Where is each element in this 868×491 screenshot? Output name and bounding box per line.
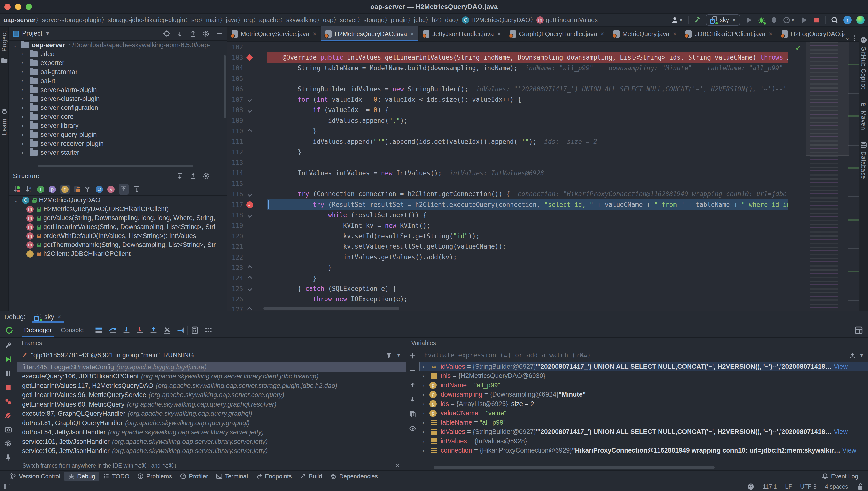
gutter-line[interactable]: 103 <box>227 52 267 63</box>
toolwindow-button-version-control[interactable]: Version Control <box>6 472 64 481</box>
view-link[interactable]: View <box>834 428 848 436</box>
hide-panel-icon[interactable] <box>215 30 223 37</box>
toolwindow-button-terminal[interactable]: Terminal <box>212 472 252 481</box>
editor-options-icon[interactable] <box>854 35 856 41</box>
debug-settings-icon[interactable] <box>4 439 12 447</box>
breadcrumb-item[interactable]: storage-jdbc-hikaricp-plugin <box>108 16 185 24</box>
stack-frame-row[interactable]: executeQuery:106, JDBCHikariCPClient(org… <box>17 372 406 381</box>
stack-frame-row[interactable]: getLinearIntValues:60, MetricQuery(org.a… <box>17 400 406 409</box>
debug-session-tab[interactable]: sky × <box>32 311 64 323</box>
run-button[interactable] <box>745 16 753 24</box>
tab-console[interactable]: Console <box>56 323 88 337</box>
show-inherited-icon[interactable]: I <box>37 186 44 193</box>
tool-stripe-project[interactable]: Project <box>1 31 8 52</box>
stop-button[interactable] <box>813 16 820 24</box>
move-down-icon[interactable] <box>409 396 416 403</box>
code-line[interactable]: } catch (SQLException e) { <box>267 284 788 294</box>
pin-tab-icon[interactable] <box>4 454 12 462</box>
add-watch-icon[interactable] <box>409 352 416 359</box>
chevron-right-icon[interactable]: › <box>22 60 30 66</box>
fold-expanded-icon[interactable] <box>247 286 252 291</box>
chevron-right-icon[interactable]: › <box>423 364 430 370</box>
structure-tree-item[interactable]: morderWithDefault0(IntValues, List<Strin… <box>9 231 227 240</box>
breadcrumb-item[interactable]: h2 <box>432 16 439 24</box>
tool-stripe-database[interactable]: Database <box>860 141 867 179</box>
structure-tree-item[interactable]: fh2Client: JDBCHikariCPClient <box>9 249 227 258</box>
step-out-button[interactable] <box>149 326 158 335</box>
copilot-status-icon[interactable] <box>747 483 755 491</box>
gutter-line[interactable]: 122 <box>227 252 267 262</box>
project-tree-item[interactable]: ›server-query-plugin <box>9 130 227 139</box>
gutter-line[interactable]: 127 <box>227 305 267 311</box>
thread-dump-camera-button[interactable] <box>4 425 12 434</box>
vertical-scrollbar[interactable] <box>224 55 226 118</box>
code-line[interactable] <box>267 74 788 84</box>
gutter-line[interactable]: 107 <box>227 94 267 105</box>
close-tab-icon[interactable]: × <box>769 30 772 38</box>
editor-tab[interactable]: GraphQLQueryHandler.java× <box>505 26 609 41</box>
gutter-line[interactable]: 113 <box>227 157 267 168</box>
file-encoding[interactable]: UTF-8 <box>800 483 817 490</box>
chevron-right-icon[interactable]: › <box>423 373 430 379</box>
project-tree-item[interactable]: ›.idea <box>9 50 227 59</box>
toolwindow-button-profiler[interactable]: Profiler <box>176 472 212 481</box>
project-tree-item[interactable]: ›server-library <box>9 121 227 130</box>
toolwindow-button-problems[interactable]: Problems <box>133 472 176 481</box>
stack-frame-row[interactable]: getLinearIntValues:117, H2MetricsQueryDA… <box>17 381 406 391</box>
run-anything-button[interactable] <box>800 16 808 24</box>
add-watch-icon[interactable] <box>849 351 857 359</box>
chevron-right-icon[interactable]: › <box>22 114 30 120</box>
gutter-line[interactable]: 109 <box>227 115 267 126</box>
code-line[interactable]: if (valueIdx != 0) { <box>267 105 788 115</box>
stack-frame-row[interactable]: getLinearIntValues:96, MetricQueryServic… <box>17 391 406 400</box>
autoscroll-to-source-icon[interactable] <box>120 185 127 193</box>
sort-alphabetically-icon[interactable]: az <box>25 185 33 193</box>
pause-button[interactable] <box>4 369 12 377</box>
chevron-right-icon[interactable]: › <box>22 132 30 138</box>
layout-icon[interactable] <box>855 326 863 335</box>
code-line[interactable]: while (resultSet.next()) { <box>267 210 788 220</box>
breadcrumb-item[interactable]: server-storage-plugin <box>42 16 102 24</box>
editor-tab[interactable]: JDBCHikariCPClient.java× <box>681 26 777 41</box>
editor-gutter[interactable]: 1021031041051061071081091101111121131141… <box>227 42 267 311</box>
code-editor[interactable]: 1021031041051061071081091101111121131141… <box>227 42 859 311</box>
gutter-line[interactable]: 108 <box>227 105 267 115</box>
editor-tab[interactable]: MetricQueryService.java× <box>227 26 321 41</box>
code-line[interactable]: intValues.getValues().add(kv); <box>267 252 788 262</box>
folder-icon[interactable] <box>1 57 8 64</box>
breadcrumb-item[interactable]: server <box>340 16 357 24</box>
code-line[interactable] <box>267 178 788 189</box>
update-icon[interactable]: ↑ <box>843 16 851 24</box>
project-tree-item[interactable]: ›server-alarm-plugin <box>9 85 227 94</box>
stack-frame-row[interactable]: doPost:81, GraphQLQueryHandler(org.apach… <box>17 418 406 428</box>
inspections-ok-icon[interactable]: ✓ <box>795 44 802 53</box>
close-tab-icon[interactable]: × <box>313 30 316 38</box>
stop-button[interactable] <box>4 383 12 392</box>
fold-expanded-icon[interactable] <box>247 97 252 102</box>
variable-row[interactable]: ›idValues={StringBuilder@6927} "'2020080… <box>419 427 868 437</box>
show-fields-icon[interactable]: f <box>61 186 68 193</box>
variable-row[interactable]: ›pvalueCName="value" <box>419 409 868 418</box>
drop-frame-button[interactable] <box>163 326 171 335</box>
resume-button[interactable] <box>4 355 12 364</box>
gutter-line[interactable]: 118 <box>227 210 267 220</box>
structure-tree-item[interactable]: mgetValues(String, Downsampling, long, l… <box>9 213 227 223</box>
close-icon[interactable]: × <box>58 313 61 321</box>
mute-renderers-icon[interactable] <box>4 341 12 349</box>
filter-funnel-icon[interactable] <box>385 351 393 359</box>
force-step-into-button[interactable] <box>136 326 144 335</box>
locate-icon[interactable] <box>163 30 171 37</box>
structure-tree-item[interactable]: mgetThermodynamic(String, Downsampling, … <box>9 240 227 249</box>
gutter-line[interactable]: 102 <box>227 42 267 52</box>
hide-panel-icon[interactable] <box>215 172 223 180</box>
evaluate-expression-button[interactable] <box>190 326 199 335</box>
indent-setting[interactable]: 4 spaces <box>825 483 848 490</box>
project-tree-item[interactable]: ›server-cluster-plugin <box>9 94 227 104</box>
fold-end-icon[interactable] <box>247 265 252 270</box>
breakpoint-icon[interactable] <box>246 54 253 61</box>
show-hidden-tabs-icon[interactable]: ⌄ <box>845 35 850 41</box>
breadcrumb-item[interactable]: plugin <box>391 16 408 24</box>
run-to-cursor-button[interactable] <box>176 326 185 335</box>
breadcrumb-item[interactable]: java <box>226 16 238 24</box>
breadcrumb-item[interactable]: storage <box>364 16 384 24</box>
